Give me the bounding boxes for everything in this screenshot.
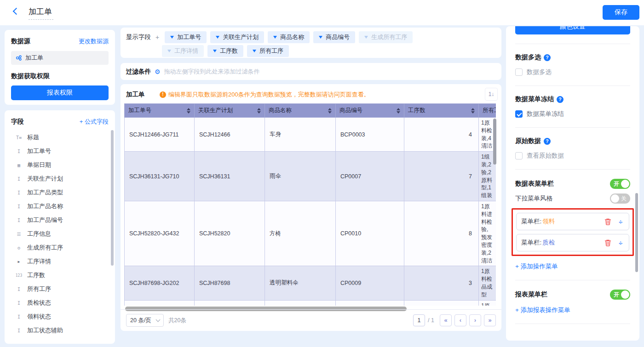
help-icon[interactable]: ? [544,138,551,145]
move-icon[interactable]: ↔↕ [617,239,624,246]
field-item-pick-status[interactable]: I领料状态 [11,310,109,324]
table-title: 加工单 [126,91,145,99]
back-icon[interactable] [13,8,20,15]
table-vertical-scrollbar[interactable] [493,119,496,165]
settings-scrollbar[interactable] [635,193,638,272]
subtable-field-icon: ☰ [15,232,23,237]
checkbox-label: 数据多选 [527,68,552,76]
trash-icon[interactable] [604,218,611,225]
sort-icon[interactable] [397,108,400,114]
table-row[interactable]: SCJH87698-JG202SCJH87698透明塑料伞CP000931原料检… [125,266,496,300]
save-button[interactable]: 保存 [603,5,639,20]
report-menu-toggle-on[interactable]: 开 [610,290,630,300]
data-grid: 加工单号 关联生产计划 商品名称 商品编号 工序数 所有工序 SCJH12466… [124,103,496,306]
field-item-all-steps[interactable]: I所有工序 [11,282,109,296]
field-item-date[interactable]: ▦单据日期 [11,158,109,172]
multi-select-heading: 数据多选 [515,53,541,62]
multi-select-checkbox-row[interactable]: 数据多选 [515,68,630,76]
display-fields-card: 显示字段 + 加工单号 关联生产计划 商品名称 商品编号 生成所有工序 工序详情… [121,28,501,58]
checkbox-unchecked[interactable] [515,152,523,159]
table-row[interactable]: SCJH36131-JG710SCJH36131雨伞CP000771组装,2 验… [125,152,496,201]
date-field-icon: ▦ [15,163,23,168]
display-field-tag[interactable]: 商品编号 [313,31,355,43]
last-page-button[interactable]: » [484,314,496,326]
filter-card: 过滤条件 ⚙ 拖动左侧字段到此处来添加过滤条件 [121,63,501,80]
dropdown-style-toggle-off[interactable]: 关 [610,193,630,204]
field-item-step-count[interactable]: 123工序数 [11,268,109,282]
display-field-tag-disabled[interactable]: 生成所有工序 [359,31,413,43]
display-field-tag[interactable]: 所有工序 [247,45,289,57]
table-menu-toggle-on[interactable]: 开 [610,179,630,189]
field-item-gen-steps[interactable]: ⊖生成所有工序 [11,241,109,255]
table-row[interactable]: SCJH12466-JG711SCJH12466车身BCP000341原料检 装… [125,118,496,152]
field-list: T≡标题 I加工单号 ▦单据日期 I关联生产计划 I加工产品类型 I加工产品名称… [11,131,109,337]
column-header[interactable]: 所有工序 [479,104,496,118]
menu-item-qc[interactable]: 菜单栏: 质检 ↔↕ [516,234,629,251]
field-item-product-no[interactable]: I加工产品编号 [11,213,109,227]
field-label: 单据日期 [27,161,51,169]
field-item-plan[interactable]: I关联生产计划 [11,172,109,186]
prev-page-button[interactable]: ‹ [454,314,466,326]
field-label: 加工产品名称 [27,202,63,210]
add-action-menu-link[interactable]: + 添加操作菜单 [515,262,558,271]
column-header[interactable]: 商品编号 [336,104,404,118]
column-header[interactable]: 关联生产计划 [195,104,265,118]
gear-icon[interactable]: ⚙ [155,68,161,75]
column-header[interactable]: 商品名称 [265,104,336,118]
add-report-menu-link[interactable]: + 添加报表操作菜单 [515,306,570,314]
fields-scrollbar[interactable] [111,130,114,266]
menu-item-pick[interactable]: 菜单栏: 领料 ↔↕ [516,213,629,230]
page-number-input[interactable]: 1 [413,314,425,326]
field-item-title[interactable]: T≡标题 [11,131,109,144]
help-icon[interactable]: ? [544,54,551,61]
display-field-tag[interactable]: 关联生产计划 [210,31,264,43]
display-field-tag-disabled[interactable]: 工序详情 [162,45,204,57]
raw-data-checkbox-row[interactable]: 查看原始数据 [515,152,630,160]
field-item-step-info[interactable]: ☰工序信息 [11,227,109,241]
display-field-tag[interactable]: 商品名称 [268,31,310,43]
checkbox-checked[interactable] [515,110,523,118]
table-row[interactable]: SCJH13076-JG954SCJH13076汽车CP000661原料检 装,… [125,300,496,306]
display-field-tag[interactable]: 工序数 [207,45,243,57]
toggle-knob [611,194,619,203]
column-header[interactable]: 加工单号 [125,104,195,118]
change-datasource-link[interactable]: 更改数据源 [79,37,109,46]
field-item-process-status[interactable]: I加工状态辅助 [11,324,109,337]
report-permission-button[interactable]: 报表权限 [11,85,109,100]
checkbox-unchecked[interactable] [515,68,523,76]
sort-icon[interactable] [471,108,475,114]
column-header[interactable]: 工序数 [404,104,479,118]
next-page-button[interactable]: › [469,314,481,326]
field-item-qc-status[interactable]: I质检状态 [11,296,109,310]
divider [515,127,630,128]
datasource-item[interactable]: 加工单 [11,51,109,65]
page-size-select[interactable]: 20 条/页 [126,314,164,327]
first-page-button[interactable]: « [440,314,452,326]
color-settings-button[interactable]: 颜色设置 [515,26,630,34]
tag-label: 所有工序 [259,47,283,55]
sort-icon[interactable] [187,108,190,114]
toggle-label: 开 [614,291,619,299]
add-formula-field-link[interactable]: + 公式字段 [80,118,109,126]
toggle-knob [621,290,629,299]
menu-name: 质检 [542,239,555,247]
field-label: 质检状态 [27,299,51,307]
field-item-product-name[interactable]: I加工产品名称 [11,199,109,213]
sort-icon[interactable] [328,108,332,114]
text-field-icon: I [15,204,23,209]
display-field-tag[interactable]: 加工单号 [165,31,207,43]
table-row[interactable]: SCJH52820-JG432SCJH52820方椅CP001081原料进 料检… [125,201,496,266]
menu-freeze-checkbox-row[interactable]: 数据菜单冻结 [515,110,630,118]
sort-order-icon[interactable]: 1↓ [485,88,498,101]
trash-icon[interactable] [604,239,611,246]
chevron-down-icon [216,36,219,39]
filter-placeholder: 拖动左侧字段到此处来添加过滤条件 [164,68,260,76]
field-item-order-no[interactable]: I加工单号 [11,144,109,158]
sort-icon[interactable] [257,108,261,114]
add-display-field-button[interactable]: + [155,34,159,41]
text-field-icon: I [15,149,23,154]
move-icon[interactable]: ↔↕ [617,218,624,225]
help-icon[interactable]: ? [557,96,564,103]
field-item-step-detail[interactable]: ▶工序详情 [11,255,109,268]
field-item-product-type[interactable]: I加工产品类型 [11,186,109,199]
